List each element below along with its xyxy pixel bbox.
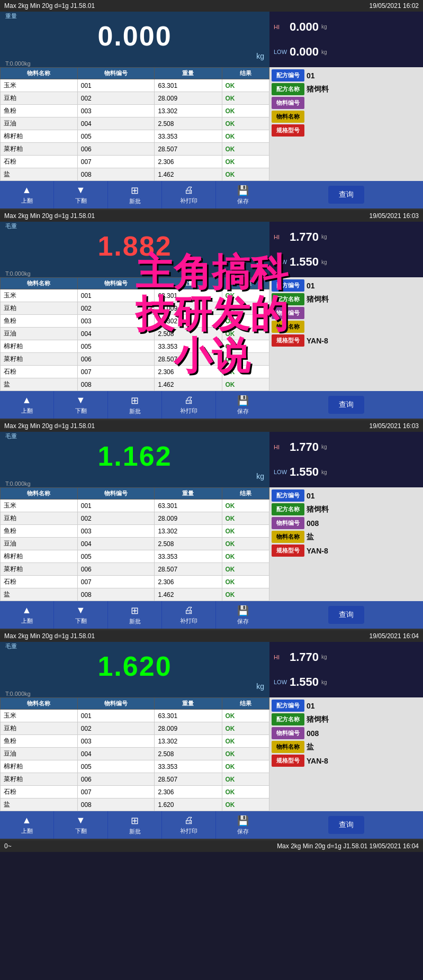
table-cell: 豆粕 <box>1 92 78 105</box>
table-cell: 005 <box>77 340 155 353</box>
hi-label: HI <box>274 234 287 240</box>
action-icon-1: ▼ <box>76 185 86 196</box>
info-label-btn[interactable]: 物料编号 <box>272 727 304 739</box>
action-label-1: 下翻 <box>75 197 87 205</box>
table-row: 豆油0042.508OK <box>1 117 269 130</box>
info-label-btn[interactable]: 规格型号 <box>272 755 304 767</box>
action-btn-上翻[interactable]: ▲上翻 <box>0 391 54 419</box>
table-row: 棉籽粕00533.353OK <box>1 760 269 773</box>
info-label-btn[interactable]: 配方编号 <box>272 279 304 292</box>
weight-label: 毛重 <box>5 642 264 650</box>
side-info: 配方编号01配方名称猪饲料物料编号008物料名称盐规格型号YAN-8 <box>269 487 423 601</box>
action-icon-1: ▼ <box>76 815 86 826</box>
action-btn-保存[interactable]: 💾保存 <box>216 391 269 419</box>
action-icon-0: ▲ <box>22 605 32 616</box>
info-label-btn[interactable]: 物料名称 <box>272 321 304 333</box>
query-button[interactable]: 查询 <box>328 606 364 624</box>
action-btn-上翻[interactable]: ▲上翻 <box>0 811 54 839</box>
hi-row: HI 1.770 kg <box>274 230 419 244</box>
action-btn-保存[interactable]: 💾保存 <box>216 811 269 839</box>
action-btn-下翻[interactable]: ▼下翻 <box>54 181 108 208</box>
info-value: 01 <box>307 71 421 80</box>
info-label-btn[interactable]: 配方名称 <box>272 713 304 725</box>
action-icon-2: ⊞ <box>131 185 139 196</box>
table-cell: 豆粕 <box>1 722 78 735</box>
table-cell: 001 <box>77 79 155 92</box>
info-value: 01 <box>307 702 421 710</box>
table-cell: 2.306 <box>155 366 222 378</box>
weight-display-left: 毛重1.620kgT:0.000kg <box>0 642 269 697</box>
action-btn-新批[interactable]: ⊞新批 <box>108 391 162 419</box>
info-label-btn[interactable]: 物料编号 <box>272 517 304 529</box>
action-btn-下翻[interactable]: ▼下翻 <box>54 811 108 839</box>
hi-row: HI 1.770 kg <box>274 440 419 454</box>
table-header: 物料名称 <box>1 68 78 79</box>
action-label-4: 保存 <box>237 828 249 836</box>
hi-unit: kg <box>321 234 327 240</box>
action-label-3: 补打印 <box>180 617 197 625</box>
table-cell: OK <box>222 289 269 302</box>
info-value: 01 <box>307 282 421 290</box>
action-btn-补打印[interactable]: 🖨补打印 <box>162 391 216 419</box>
action-btn-保存[interactable]: 💾保存 <box>216 181 269 208</box>
action-label-4: 保存 <box>237 197 249 205</box>
action-btn-补打印[interactable]: 🖨补打印 <box>162 601 216 629</box>
info-label-btn[interactable]: 配方编号 <box>272 700 304 712</box>
query-button[interactable]: 查询 <box>328 396 364 414</box>
weight-net-label: T:0.000kg <box>5 270 264 277</box>
table-cell: 004 <box>77 328 155 340</box>
info-label-btn[interactable]: 配方编号 <box>272 489 304 502</box>
action-btn-新批[interactable]: ⊞新批 <box>108 601 162 629</box>
bottom-bar-right: Max 2kg Min 20g d=1g J1.58.01 19/05/2021… <box>277 842 419 850</box>
table-cell: 006 <box>77 773 155 786</box>
app: Max 2kg Min 20g d=1g J1.58.01 19/05/2021… <box>0 0 423 852</box>
info-label-btn[interactable]: 物料名称 <box>272 741 304 753</box>
table-row: 石粉0072.306OK <box>1 786 269 798</box>
query-button[interactable]: 查询 <box>328 186 364 204</box>
action-label-0: 上翻 <box>21 827 33 835</box>
action-btn-补打印[interactable]: 🖨补打印 <box>162 811 216 839</box>
action-btn-上翻[interactable]: ▲上翻 <box>0 181 54 208</box>
info-label-btn[interactable]: 配方名称 <box>272 83 304 95</box>
info-label-btn[interactable]: 配方编号 <box>272 69 304 81</box>
info-label-btn[interactable]: 物料编号 <box>272 307 304 319</box>
action-btn-新批[interactable]: ⊞新批 <box>108 181 162 208</box>
info-label-btn[interactable]: 规格型号 <box>272 334 304 347</box>
table-cell: 石粉 <box>1 366 78 378</box>
action-label-3: 补打印 <box>180 827 197 835</box>
action-btn-补打印[interactable]: 🖨补打印 <box>162 181 216 208</box>
info-label-btn[interactable]: 物料名称 <box>272 111 304 123</box>
action-btn-上翻[interactable]: ▲上翻 <box>0 601 54 629</box>
action-btn-下翻[interactable]: ▼下翻 <box>54 601 108 629</box>
table-header: 重量 <box>155 488 222 500</box>
table-cell: 28.507 <box>155 773 222 786</box>
info-label-btn[interactable]: 规格型号 <box>272 124 304 137</box>
info-label-btn[interactable]: 规格型号 <box>272 545 304 557</box>
info-label-btn[interactable]: 配方名称 <box>272 503 304 515</box>
table-cell: 63.301 <box>155 79 222 92</box>
table-cell: 豆油 <box>1 117 78 130</box>
action-icon-4: 💾 <box>237 395 249 406</box>
query-button[interactable]: 查询 <box>328 816 364 834</box>
table-row: 玉米00163.301OK <box>1 79 269 92</box>
main-display: 毛重1.620kgT:0.000kg HI 1.770 kg LOW 1.550… <box>0 642 423 697</box>
info-row: 物料编号008 <box>272 517 421 529</box>
table-cell: 2.508 <box>155 117 222 130</box>
action-icon-2: ⊞ <box>131 815 139 827</box>
table-cell: 1.620 <box>155 798 222 811</box>
info-label-btn[interactable]: 配方名称 <box>272 293 304 305</box>
info-label-btn[interactable]: 物料编号 <box>272 97 304 109</box>
action-btn-保存[interactable]: 💾保存 <box>216 601 269 629</box>
info-label-btn[interactable]: 物料名称 <box>272 531 304 543</box>
info-row: 物料名称 <box>272 111 421 123</box>
table-cell: 007 <box>77 156 155 168</box>
table-cell: OK <box>222 315 269 328</box>
table-row: 菜籽粕00628.507OK <box>1 563 269 576</box>
action-btn-新批[interactable]: ⊞新批 <box>108 811 162 839</box>
action-buttons: ▲上翻▼下翻⊞新批🖨补打印💾保存 <box>0 181 269 208</box>
table-cell: 玉米 <box>1 500 78 512</box>
action-btn-下翻[interactable]: ▼下翻 <box>54 391 108 419</box>
query-btn-area: 查询 <box>269 181 423 208</box>
hi-unit: kg <box>321 654 327 660</box>
table-cell: 盐 <box>1 168 78 181</box>
